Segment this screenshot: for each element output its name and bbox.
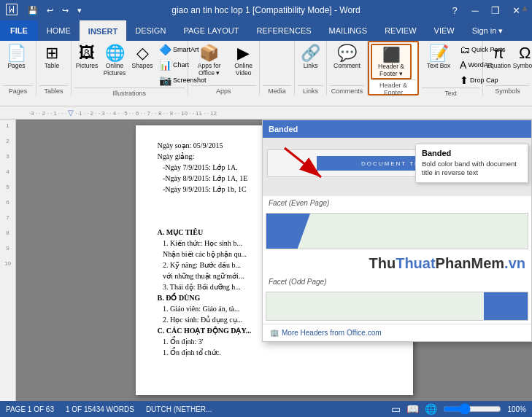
group-tables-top: ⊞ Table xyxy=(39,41,68,85)
language-indicator: DUTCH (NETHER... xyxy=(146,405,212,413)
page-indicator: PAGE 1 OF 63 xyxy=(6,405,54,413)
office-icon: 🏢 xyxy=(270,329,279,337)
ruler-marks: ·3 · · 2 · · 1 · · · ▽ · 1 · · 2 · · 3 ·… xyxy=(29,109,217,117)
tab-page-layout[interactable]: PAGE LAYOUT xyxy=(174,20,247,41)
word-icon: 🅆 xyxy=(6,4,18,17)
facet-even-label: Facet (Even Page) xyxy=(263,196,531,210)
group-text-label: Text xyxy=(422,87,479,98)
symbol-button[interactable]: Ω Symbols xyxy=(512,42,532,71)
table-button[interactable]: ⊞ Table xyxy=(39,42,64,71)
watermark-mem: Mem xyxy=(471,255,505,271)
tab-references[interactable]: REFERENCES xyxy=(247,20,320,41)
table-label: Table xyxy=(45,62,59,69)
group-apps-label: Apps xyxy=(191,85,256,96)
word-count: 1 OF 15434 WORDS xyxy=(66,405,134,413)
quick-parts-icon: 🗂 xyxy=(460,44,470,55)
group-illustrations: 🖼 Pictures 🌐 Online Pictures ◇ Shapes 🔷 … xyxy=(72,41,188,96)
window-title: giao an tin hoc lop 1 [Compatibility Mod… xyxy=(171,5,361,15)
tab-mailings[interactable]: MAILINGS xyxy=(320,20,377,41)
title-bar-left: 🅆 💾 ↩ ↪ ▾ xyxy=(6,4,85,17)
page-content: Ngày soạn: 05/9/2015 Ngày giảng: -Ngày 7… xyxy=(16,120,532,401)
ribbon: 📄 Pages Pages ⊞ Table Tables 🖼 Pictures xyxy=(0,41,532,106)
customize-qat-button[interactable]: ▾ xyxy=(74,4,85,17)
print-view-button[interactable]: ▭ xyxy=(391,403,401,415)
group-pages-label: Pages xyxy=(3,85,33,96)
group-links: 🔗 Links Links xyxy=(295,41,327,96)
shapes-button[interactable]: ◇ Shapes xyxy=(130,42,155,71)
group-illustrations-label: Illustrations xyxy=(74,87,185,98)
tab-file[interactable]: FILE xyxy=(0,20,38,41)
ribbon-collapse-button[interactable]: ▲ xyxy=(520,3,529,13)
group-hf-top: ⬛ Header &Footer ▾ xyxy=(371,42,416,79)
zoom-slider[interactable] xyxy=(443,403,501,415)
links-button[interactable]: 🔗 Links xyxy=(298,42,323,71)
group-text: 📝 Text Box 🗂Quick Parts AWordArt ⬆Drop C… xyxy=(419,41,483,96)
drop-cap-icon: ⬆ xyxy=(460,74,469,86)
status-right: ▭ 📖 🌐 100% xyxy=(391,403,526,415)
group-comments-top: 💬 Comment xyxy=(330,41,364,85)
text-box-button[interactable]: 📝 Text Box xyxy=(422,42,455,71)
save-qat-button[interactable]: 💾 xyxy=(25,4,41,17)
group-tables: ⊞ Table Tables xyxy=(36,41,72,96)
group-symbols-top: π Equation Ω Symbols xyxy=(486,41,529,85)
tab-view[interactable]: VIEW xyxy=(425,20,463,41)
group-media-top xyxy=(263,41,291,85)
tab-signin[interactable]: Sign in ▾ xyxy=(463,20,512,41)
facet-odd-label: Facet (Odd Page) xyxy=(263,275,531,289)
read-view-button[interactable]: 📖 xyxy=(406,403,419,415)
text-box-icon: 📝 xyxy=(429,45,449,61)
online-video-icon: ▶ xyxy=(237,45,250,61)
equation-label: Equation xyxy=(486,62,511,69)
equation-icon: π xyxy=(493,45,504,61)
wordart-icon: A xyxy=(460,59,466,71)
web-view-button[interactable]: 🌐 xyxy=(425,403,437,415)
redo-qat-button[interactable]: ↪ xyxy=(59,4,72,17)
watermark-thuat: Thuat xyxy=(396,255,435,271)
tab-insert[interactable]: INSERT xyxy=(80,20,126,41)
group-media: Media xyxy=(260,41,295,96)
watermark-thu: Thu xyxy=(369,255,396,271)
apps-office-label: Apps for Office ▾ xyxy=(195,62,224,77)
pages-icon: 📄 xyxy=(7,45,26,61)
shapes-label: Shapes xyxy=(132,62,153,69)
comment-label: Comment xyxy=(334,62,361,69)
online-pictures-label: Online Pictures xyxy=(104,62,126,77)
group-symbols-label: Symbols xyxy=(486,85,529,96)
undo-qat-button[interactable]: ↩ xyxy=(44,4,56,17)
tab-home[interactable]: HOME xyxy=(38,20,80,41)
apps-office-icon: 📦 xyxy=(199,45,219,61)
group-links-label: Links xyxy=(298,85,323,96)
minimize-button[interactable]: ─ xyxy=(465,0,485,20)
online-pictures-button[interactable]: 🌐 Online Pictures xyxy=(101,42,128,78)
group-illustrations-top: 🖼 Pictures 🌐 Online Pictures ◇ Shapes 🔷 … xyxy=(74,41,185,87)
tab-design[interactable]: DESIGN xyxy=(126,20,174,41)
pictures-icon: 🖼 xyxy=(79,45,95,61)
banded-tooltip: Banded Bold color band with document tit… xyxy=(415,144,528,183)
group-header-footer: ⬛ Header &Footer ▾ Header & Footer xyxy=(368,41,419,96)
apps-office-button[interactable]: 📦 Apps for Office ▾ xyxy=(191,42,228,78)
red-arrow xyxy=(277,141,336,186)
online-video-label: Online Video xyxy=(233,62,255,77)
group-comments: 💬 Comment Comments xyxy=(327,41,368,96)
more-headers-link[interactable]: 🏢 More Headers from Office.com xyxy=(263,324,531,341)
title-bar-controls: ? ─ ❐ ✕ xyxy=(444,0,526,20)
links-label: Links xyxy=(304,62,318,69)
left-ruler: 1 2 3 4 5 6 7 8 9 10 xyxy=(0,120,16,401)
group-pages: 📄 Pages Pages xyxy=(0,41,36,96)
online-pictures-icon: 🌐 xyxy=(105,45,125,61)
restore-button[interactable]: ❐ xyxy=(485,0,506,20)
header-footer-button[interactable]: ⬛ Header &Footer ▾ xyxy=(371,44,412,79)
pictures-button[interactable]: 🖼 Pictures xyxy=(74,42,99,71)
table-icon: ⊞ xyxy=(45,45,58,61)
comment-button[interactable]: 💬 Comment xyxy=(330,42,364,71)
equation-button[interactable]: π Equation xyxy=(486,42,511,71)
tab-review[interactable]: REVIEW xyxy=(376,20,425,41)
symbol-icon: Ω xyxy=(519,45,531,61)
online-video-button[interactable]: ▶ Online Video xyxy=(229,42,258,78)
pages-label: Pages xyxy=(7,62,25,69)
screenshot-icon: 📷 xyxy=(159,74,171,86)
help-button[interactable]: ? xyxy=(444,0,465,20)
chart-icon: 📊 xyxy=(159,59,171,71)
c1-cont: 1. Ổn định tổ chức. xyxy=(158,347,391,358)
pages-button[interactable]: 📄 Pages xyxy=(3,42,30,71)
